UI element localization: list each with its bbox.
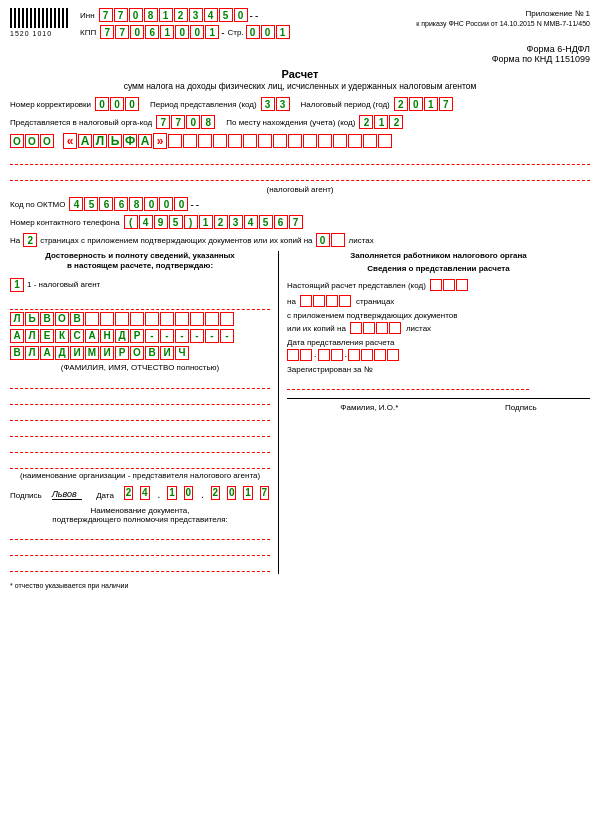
pages-mid-label: страницах с приложением подтверждающих д…	[40, 236, 312, 245]
doc-dashed-2	[10, 542, 270, 556]
org-e11	[333, 134, 347, 148]
org-cells-row: О О О « А Л Ь Ф А »	[10, 133, 590, 149]
fio-podpis-row: Фамилия, И.О.* Подпись	[287, 398, 590, 412]
left-column: Достоверность и полноту сведений, указан…	[10, 251, 270, 574]
title-block: Расчет сумм налога на доходы физических …	[10, 68, 590, 91]
kpp-cell-2: 0	[130, 25, 144, 39]
n2-d2: -	[175, 329, 189, 343]
pages-row: На 2 страницах с приложением подтверждаю…	[10, 233, 590, 247]
right-column: Заполняется работником налогового органа…	[278, 251, 590, 574]
pages-end-label: листах	[349, 236, 374, 245]
data-label: Дата	[96, 491, 114, 500]
radio-box-1[interactable]: 1	[10, 278, 24, 292]
n3-5: М	[85, 346, 99, 360]
il-1	[363, 322, 375, 334]
date-y3: 7	[260, 486, 269, 500]
org-e14	[378, 134, 392, 148]
ili-cells	[350, 322, 402, 334]
data-pred-row: . .	[287, 349, 590, 361]
dp-7	[387, 349, 399, 361]
n2-8: Р	[130, 329, 144, 343]
pril-text: с приложением подтверждающих документов	[287, 311, 590, 320]
dp-sep2: .	[345, 349, 348, 361]
dp-2	[318, 349, 330, 361]
date-m0: 1	[167, 486, 176, 500]
org-c4: А	[78, 134, 92, 148]
n1-e1	[100, 312, 114, 326]
prilozhenie-block: Приложение № 1 к приказу ФНС России от 1…	[416, 8, 590, 29]
inn-kpp-block: Инн 7 7 0 8 1 2 3 4 5 0 - - КПП	[80, 8, 416, 42]
okt-4: 8	[129, 197, 143, 211]
forma-label: Форма 6-НДФЛ	[10, 44, 590, 54]
inn-cell-2: 0	[129, 8, 143, 22]
doc-label-2: подтверждающего полномочия представителя…	[10, 515, 270, 524]
name-row-3: В Л А Д И М И Р О В И Ч	[10, 346, 270, 360]
n2-d4: -	[205, 329, 219, 343]
rc-1	[443, 279, 455, 291]
pages-val-cell: 2	[23, 233, 37, 247]
n1-e5	[160, 312, 174, 326]
n3-9: В	[145, 346, 159, 360]
n2-d0: -	[145, 329, 159, 343]
il-3	[389, 322, 401, 334]
kpp-label: КПП	[80, 28, 96, 37]
ili-label: или их копий на	[287, 324, 346, 333]
org-c9: »	[153, 133, 167, 149]
data-pred-label: Дата представления расчета	[287, 338, 590, 347]
zaregistr-line	[287, 376, 529, 390]
radio-1-label: 1 - налоговый агент	[27, 280, 100, 289]
pomestu-cells: 2 1 2	[359, 115, 404, 129]
dp-3	[331, 349, 343, 361]
pm-1: 1	[374, 115, 388, 129]
data-pred-cells: . .	[287, 349, 400, 361]
prikaz-text: к приказу ФНС России от 14.10.2015 N ММВ…	[416, 19, 590, 29]
org-e2	[198, 134, 212, 148]
rep-dashed-1	[10, 375, 270, 389]
left-col-title: Достоверность и полноту сведений, указан…	[10, 251, 270, 272]
n1-e4	[145, 312, 159, 326]
date-d0: 2	[124, 486, 133, 500]
listah-label: листах	[406, 324, 431, 333]
forma-knd-label: Форма по КНД 1151099	[10, 54, 590, 64]
n3-4: И	[70, 346, 84, 360]
podpis-line: Львов	[52, 489, 83, 500]
na-1	[313, 295, 325, 307]
okt-d: -	[190, 199, 193, 210]
nalog-agent-label: (налоговый агент)	[10, 185, 590, 194]
okt-6: 0	[159, 197, 173, 211]
kpp-cell-7: 1	[205, 25, 219, 39]
str-cell-1: 0	[261, 25, 275, 39]
il-0	[350, 322, 362, 334]
org-c7: Ф	[123, 134, 137, 148]
okt-5: 0	[144, 197, 158, 211]
dp-0	[287, 349, 299, 361]
bottom-note: * отчество указывается при наличии	[10, 582, 590, 589]
right-col-title: Заполняется работником налогового органа	[287, 251, 590, 260]
n2-6: Н	[100, 329, 114, 343]
doc-dashed-1	[10, 526, 270, 540]
kpp-cell-6: 0	[190, 25, 204, 39]
date-d1: 4	[140, 486, 149, 500]
org-e7	[273, 134, 287, 148]
sub-title: сумм налога на доходы физических лиц, ис…	[10, 81, 590, 91]
na-0	[300, 295, 312, 307]
okt-2: 6	[99, 197, 113, 211]
na-2	[326, 295, 338, 307]
inn-row: Инн 7 7 0 8 1 2 3 4 5 0 - -	[80, 8, 416, 22]
inn-cell-9: 0	[234, 8, 248, 22]
n2-2: Е	[40, 329, 54, 343]
rep-dashed-3	[10, 407, 270, 421]
doc-dashed-3	[10, 558, 270, 572]
n2-3: К	[55, 329, 69, 343]
n1-1: Ь	[25, 312, 39, 326]
nalogovy-period-label: Налоговый период (год)	[301, 100, 390, 109]
ph-2: 9	[154, 215, 168, 229]
barcode-number: 1520 1010	[10, 30, 52, 37]
barcode-image	[10, 8, 70, 28]
pages-end-0: 0	[316, 233, 330, 247]
date-m1: 0	[184, 486, 193, 500]
ph-1: 4	[139, 215, 153, 229]
period-cells: 3 3	[261, 97, 291, 111]
inn-cell-7: 4	[204, 8, 218, 22]
org-dashed-2	[10, 167, 590, 181]
